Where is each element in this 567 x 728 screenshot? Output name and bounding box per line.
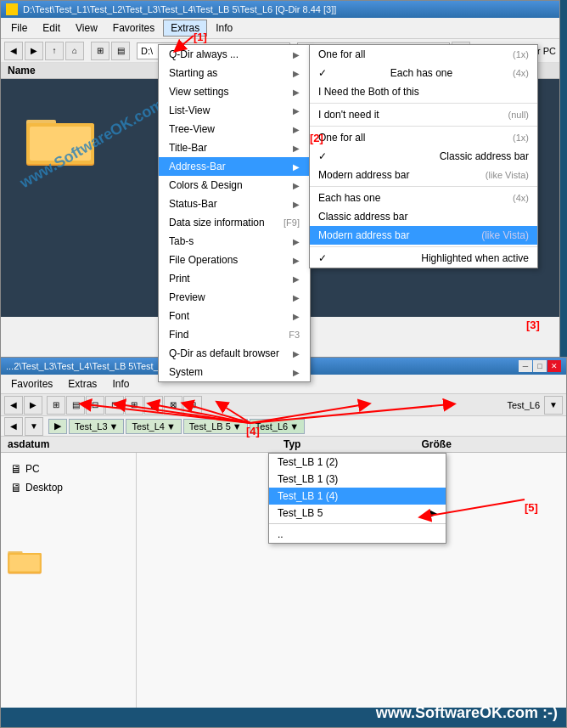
window-controls: ─ □ ✕ — [519, 360, 561, 372]
bottom-menu-info[interactable]: Info — [105, 376, 136, 392]
extras-item-status-bar[interactable]: Status-Bar ▶ — [159, 195, 310, 213]
extras-item-address-bar[interactable]: Address-Bar ▶ — [159, 157, 310, 176]
arrow-icon: ▶ — [293, 274, 300, 284]
bottom-folder-area — [8, 548, 129, 578]
arrow-icon: ▶ — [293, 162, 300, 172]
maximize-button[interactable]: □ — [533, 360, 547, 372]
menu-edit[interactable]: Edit — [36, 20, 67, 36]
bottom-file-header: asdatum Typ Größe — [1, 437, 566, 453]
left-desktop-item[interactable]: 🖥 Desktop — [8, 478, 129, 497]
up-button[interactable]: ↑ — [45, 42, 64, 60]
extras-item-system[interactable]: System ▶ — [159, 363, 310, 381]
menu-file[interactable]: File — [4, 20, 34, 36]
annotation-1: [1] — [194, 31, 207, 43]
separator3 — [310, 186, 537, 187]
extras-item-font[interactable]: Font ▶ — [159, 307, 310, 325]
bottom-tb2[interactable]: ▤ — [66, 396, 85, 415]
extras-item-title-bar[interactable]: Title-Bar ▶ — [159, 138, 310, 157]
arrow-icon: ▶ — [293, 125, 300, 134]
arrow-icon: ▶ — [293, 256, 300, 265]
addr-dont-need[interactable]: I don't need it (null) — [310, 105, 537, 124]
home-button[interactable]: ⌂ — [65, 42, 84, 60]
addr-one-for-all-top[interactable]: One for all (1x) — [310, 45, 537, 64]
ctx-dotdot[interactable]: .. — [269, 526, 446, 543]
extras-dropdown: Q-Dir always ... ▶ Starting as ▶ View se… — [158, 44, 311, 382]
addr-one-for-all-2[interactable]: One for all (1x) — [310, 128, 537, 147]
top-window-title: D:\Test\Test_L1\Test_L2\Test_L3\Test_L4\… — [23, 4, 336, 14]
extras-item-tabs[interactable]: Tab-s ▶ — [159, 232, 310, 251]
back-button[interactable]: ◀ — [4, 42, 23, 60]
bottom-watermark: www.SoftwareOK.com :-) — [376, 704, 558, 722]
extras-item-list-view[interactable]: List-View ▶ — [159, 101, 310, 120]
app-icon — [6, 3, 18, 15]
bottom-addr-back[interactable]: ◀ — [4, 417, 23, 436]
extras-item-data-size[interactable]: Data size information [F9] — [159, 213, 310, 232]
close-button[interactable]: ✕ — [547, 360, 561, 372]
bottom-addr-down[interactable]: ▼ — [25, 417, 43, 436]
left-pc-item[interactable]: 🖥 PC — [8, 460, 129, 478]
ctx-test-lb1-2[interactable]: Test_LB 1 (2) — [269, 454, 446, 471]
bottom-tb4[interactable]: ⊡ — [105, 396, 124, 415]
bottom-dropdown-btn[interactable]: ▼ — [544, 396, 563, 415]
extras-item-find[interactable]: Find F3 — [159, 325, 310, 344]
addr-modern-bar-1[interactable]: Modern address bar (like Vista) — [310, 166, 537, 184]
bottom-tb3[interactable]: ⊟ — [86, 396, 104, 415]
context-dropdown: Test_LB 1 (2) Test_LB 1 (3) Test_LB 1 (4… — [268, 453, 446, 544]
pc-icon: 🖥 — [10, 462, 22, 476]
bottom-right-panel: Test_LB 1 (2) Test_LB 1 (3) Test_LB 1 (4… — [137, 453, 566, 708]
arrow-icon: ▶ — [293, 293, 300, 302]
separator2 — [310, 126, 537, 127]
addr-each-has-one[interactable]: ✓Each has one (4x) — [310, 64, 537, 82]
bottom-menu-extras[interactable]: Extras — [61, 376, 104, 392]
addr-classic-bar-1[interactable]: ✓Classic address bar — [310, 147, 537, 166]
ctx-test-lb1-4[interactable]: Test_LB 1 (4) — [269, 488, 446, 505]
menu-favorites[interactable]: Favorites — [106, 20, 161, 36]
bottom-col-date[interactable]: asdatum — [8, 438, 284, 450]
addr-modern-bar-2[interactable]: Modern address bar (like Vista) — [310, 226, 537, 245]
bottom-fwd-btn[interactable]: ▶ — [24, 396, 42, 415]
arrow-icon: ▶ — [293, 312, 300, 321]
ctx-test-lb1-3[interactable]: Test_LB 1 (3) — [269, 471, 446, 488]
addr-need-both[interactable]: I Need the Both of this — [310, 82, 537, 101]
bottom-tb8[interactable]: ⊟ — [183, 396, 202, 415]
bottom-addrbar: ◀ ▼ ▶ Test_L3 ▼ Test_L4 ▼ Test_LB 5 ▼ Te… — [1, 416, 566, 437]
bottom-col-type[interactable]: Typ — [284, 438, 422, 450]
extras-item-print[interactable]: Print ▶ — [159, 269, 310, 288]
bottom-menu-favorites[interactable]: Favorites — [4, 376, 59, 392]
bottom-tb6[interactable]: ▦ — [144, 396, 163, 415]
view-button[interactable]: ⊞ — [91, 42, 109, 60]
extras-item-starting[interactable]: Starting as ▶ — [159, 64, 310, 82]
addr-each-has-one-2[interactable]: Each has one (4x) — [310, 189, 537, 207]
svg-rect-8 — [9, 555, 39, 572]
breadcrumb-test-lb5[interactable]: Test_LB 5 ▼ — [183, 419, 248, 434]
addr-classic-bar-2[interactable]: Classic address bar — [310, 207, 537, 226]
breadcrumb-test-l3[interactable]: Test_L3 ▼ — [69, 419, 124, 434]
bottom-back-btn[interactable]: ◀ — [4, 396, 23, 415]
bottom-tb7[interactable]: ⊠ — [164, 396, 182, 415]
menu-view[interactable]: View — [69, 20, 104, 36]
separator1 — [310, 103, 537, 104]
extras-item-colors[interactable]: Colors & Design ▶ — [159, 176, 310, 195]
bottom-tb5[interactable]: ⊞ — [125, 396, 143, 415]
extras-item-tree-view[interactable]: Tree-View ▶ — [159, 120, 310, 138]
forward-button[interactable]: ▶ — [25, 42, 43, 60]
ctx-test-lb5[interactable]: Test_LB 5 ▶ — [269, 505, 446, 522]
view2-button[interactable]: ▤ — [111, 42, 130, 60]
minimize-button[interactable]: ─ — [519, 360, 532, 372]
extras-item-qdir[interactable]: Q-Dir always ... ▶ — [159, 45, 310, 64]
breadcrumb-root[interactable]: ▶ — [48, 419, 67, 434]
extras-item-preview[interactable]: Preview ▶ — [159, 288, 310, 307]
menu-info[interactable]: Info — [209, 20, 239, 36]
extras-item-view-settings[interactable]: View settings ▶ — [159, 82, 310, 101]
extras-item-default-browser[interactable]: Q-Dir as default browser ▶ — [159, 344, 310, 363]
address-bar-submenu: One for all (1x) ✓Each has one (4x) I Ne… — [309, 44, 538, 268]
arrow-icon: ▶ — [293, 106, 300, 116]
annotation-4: [4] — [246, 425, 260, 437]
breadcrumb-test-l4[interactable]: Test_L4 ▼ — [126, 419, 181, 434]
address-value: D:\ — [141, 46, 153, 56]
extras-item-file-ops[interactable]: File Operations ▶ — [159, 251, 310, 269]
bottom-tb1[interactable]: ⊞ — [47, 396, 65, 415]
addr-highlighted-active[interactable]: ✓Highlighted when active — [310, 249, 537, 268]
ctx-separator — [269, 523, 446, 524]
bottom-col-size[interactable]: Größe — [422, 438, 560, 450]
